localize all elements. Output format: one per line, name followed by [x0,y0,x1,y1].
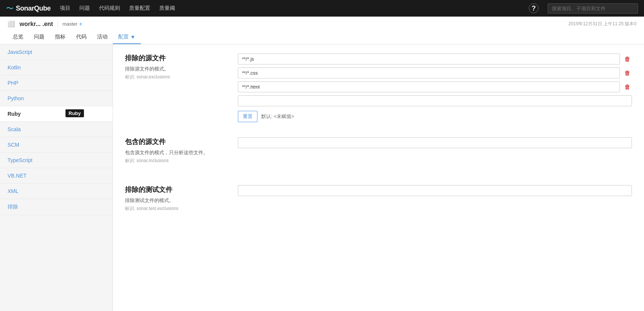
tab-configuration[interactable]: 配置 ▼ [113,31,141,44]
default-label-exclusions: 默认: <未赋值> [261,113,294,120]
inclusions-inputs [238,137,632,170]
nav-quality-gates[interactable]: 质量阈 [159,5,175,12]
delete-exclusion-2[interactable]: 🗑 [623,68,632,78]
sidebar-item-typescript[interactable]: TypeScript [0,153,113,168]
exclusion-input-2[interactable] [238,67,620,78]
branch-badge: master + [58,21,82,28]
sidebar-item-ruby[interactable]: Ruby Ruby [0,106,113,122]
section-test-exclusions: 排除的测试文件 排除测试文件的模式。 标识: sonar.test.exclus… [125,185,632,218]
exclusion-input-4[interactable] [238,95,632,106]
reset-row-exclusions: 重置 默认: <未赋值> [238,111,632,122]
section-desc-test-excl: 排除测试文件的模式。 [125,197,230,204]
incl-label-prefix: 标识: [125,158,137,163]
nav-issues[interactable]: 问题 [79,5,90,12]
delete-exclusion-1[interactable]: 🗑 [623,54,632,64]
sidebar-item-ruby-label: Ruby [8,111,21,117]
test-excl-label-prefix: 标识: [125,206,137,211]
section-title-exclusions: 排除的源文件 [125,54,230,63]
branch-plus-button[interactable]: + [79,21,82,28]
label-value-excl: sonar.exclusions [137,74,170,80]
reset-button-exclusions[interactable]: 重置 [238,111,257,122]
nav-quality-profiles[interactable]: 质量配置 [129,5,150,12]
section-title-test-excl: 排除的测试文件 [125,185,230,194]
label-prefix-excl: 标识: [125,74,137,80]
sidebar-item-xml[interactable]: XML [0,184,113,199]
nav-rules[interactable]: 代码规则 [99,5,120,12]
default-value: <未赋值> [274,113,294,119]
branch-name: master [62,21,78,27]
exclusion-input-1[interactable] [238,54,620,64]
default-prefix: 默认: [261,113,274,119]
exclusions-inputs: 🗑 🗑 🗑 重置 [238,54,632,122]
exclusion-input-row-4 [238,95,632,106]
exclusion-input-row-3: 🗑 [238,81,632,92]
tab-activity[interactable]: 活动 [92,31,113,44]
project-tabs: 总览 问题 指标 代码 活动 配置 ▼ [8,31,636,44]
project-name[interactable]: workr... .ent [20,21,53,28]
test-exclusion-input-1[interactable] [238,185,632,196]
inclusion-input-row-1 [238,137,632,148]
test-excl-label-value: sonar.test.exclusions [137,206,178,211]
main-layout: JavaScript Kotlin PHP Python Ruby Ruby S… [0,44,644,311]
top-nav: 〜 SonarQube 项目 问题 代码规则 质量配置 质量阈 ? [0,0,644,17]
sidebar-item-php[interactable]: PHP [0,75,113,91]
section-label-inclusions: 标识: sonar.inclusions [125,158,230,164]
incl-label-value: sonar.inclusions [137,158,169,163]
section-desc-exclusions: 排除源文件的模式。 [125,66,230,72]
section-label-exclusions: 标识: sonar.exclusions [125,74,230,80]
nav-projects[interactable]: 项目 [60,5,70,12]
exclusion-input-row-2: 🗑 [238,67,632,78]
sidebar-item-vbnet[interactable]: VB.NET [0,168,113,184]
sonarqube-logo-wave: 〜 [6,3,14,14]
tab-overview[interactable]: 总览 [8,31,29,44]
exclusion-input-3[interactable] [238,81,620,92]
section-desc-inclusions: 包含源文件的模式，只分析这些文件。 [125,149,230,156]
chevron-down-icon: ▼ [130,34,135,40]
sidebar-item-kotlin[interactable]: Kotlin [0,60,113,75]
section-label-test-excl: 标识: sonar.test.exclusions [125,205,230,212]
tab-issues[interactable]: 问题 [29,31,50,44]
tab-metrics[interactable]: 指标 [50,31,71,44]
logo-text: SonarQube [16,5,51,12]
sidebar-item-javascript[interactable]: JavaScript [0,44,113,60]
exclusion-input-row-1: 🗑 [238,54,632,64]
tab-config-label: 配置 [118,34,129,40]
test-exclusions-inputs [238,185,632,218]
section-title-inclusions: 包含的源文件 [125,137,230,146]
global-search-input[interactable] [548,3,638,14]
delete-exclusion-3[interactable]: 🗑 [623,82,632,92]
sidebar-item-python[interactable]: Python [0,91,113,106]
project-header: ⬜ workr... .ent master + 2019年12月31日 上午1… [0,17,644,44]
sidebar: JavaScript Kotlin PHP Python Ruby Ruby S… [0,44,113,311]
project-icon: ⬜ [8,20,15,28]
sidebar-item-scala[interactable]: Scala [0,122,113,137]
project-date: 2019年12月31日 上午11:25 版本0 [568,21,636,27]
sidebar-item-exclusions[interactable]: 排除 [0,199,113,215]
test-exclusion-input-row-1 [238,185,632,196]
section-source-exclusions: 排除的源文件 排除源文件的模式。 标识: sonar.exclusions 🗑 … [125,54,632,122]
logo[interactable]: 〜 SonarQube [6,3,51,14]
tab-code[interactable]: 代码 [71,31,92,44]
ruby-tooltip: Ruby [65,109,84,117]
inclusion-input-1[interactable] [238,137,632,148]
help-button[interactable]: ? [529,3,539,13]
content-area: 排除的源文件 排除源文件的模式。 标识: sonar.exclusions 🗑 … [113,44,644,311]
section-source-inclusions: 包含的源文件 包含源文件的模式，只分析这些文件。 标识: sonar.inclu… [125,137,632,170]
sidebar-item-scm[interactable]: SCM [0,137,113,153]
